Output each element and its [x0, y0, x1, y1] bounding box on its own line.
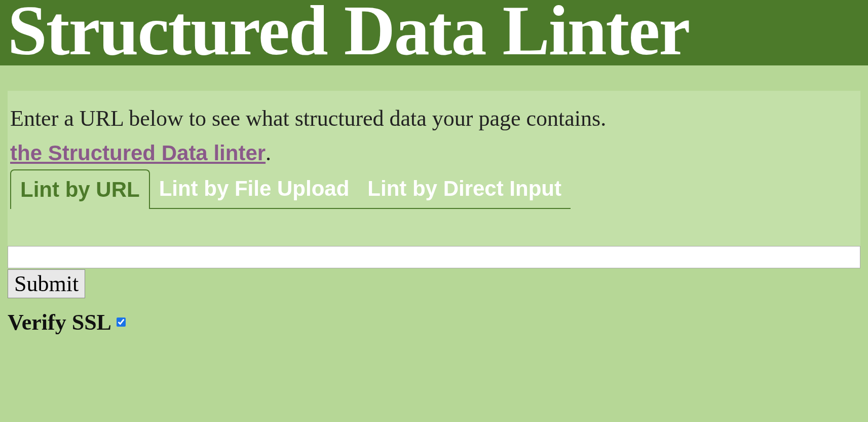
intro-section: Enter a URL below to see what structured…: [8, 91, 860, 246]
tab-lint-by-file-upload[interactable]: Lint by File Upload: [150, 169, 359, 209]
submit-button[interactable]: Submit: [8, 269, 85, 298]
tab-lint-by-url[interactable]: Lint by URL: [10, 169, 150, 209]
page-header: Structured Data Linter: [0, 0, 868, 65]
ssl-row: Verify SSL: [8, 309, 860, 335]
main-content: Enter a URL below to see what structured…: [0, 65, 868, 343]
verify-ssl-label: Verify SSL: [8, 309, 111, 335]
intro-link-row: the Structured Data linter.: [10, 140, 858, 166]
intro-period: .: [266, 140, 271, 165]
url-input[interactable]: [8, 246, 860, 268]
linter-link[interactable]: the Structured Data linter: [10, 141, 266, 165]
intro-text: Enter a URL below to see what structured…: [10, 97, 858, 140]
tab-lint-by-direct-input[interactable]: Lint by Direct Input: [358, 169, 571, 209]
page-title: Structured Data Linter: [8, 0, 689, 69]
tab-list: Lint by URL Lint by File Upload Lint by …: [10, 169, 858, 209]
verify-ssl-checkbox[interactable]: [117, 318, 126, 327]
tab-content-spacer: [10, 209, 858, 239]
